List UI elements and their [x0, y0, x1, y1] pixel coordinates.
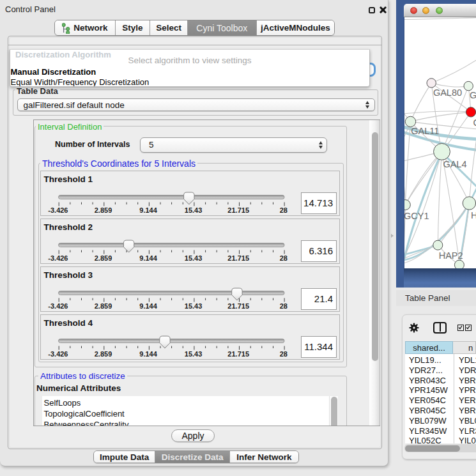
svg-text:GAL11: GAL11 — [411, 126, 439, 136]
svg-text:C: C — [473, 118, 476, 128]
svg-text:-3.426: -3.426 — [48, 302, 68, 310]
svg-text:28: 28 — [279, 254, 287, 262]
svg-text:21.715: 21.715 — [227, 302, 249, 310]
svg-text:-3.426: -3.426 — [48, 350, 68, 358]
svg-text:21.715: 21.715 — [227, 206, 249, 214]
svg-text:GAL80: GAL80 — [433, 88, 462, 98]
svg-text:9.144: 9.144 — [139, 206, 157, 214]
svg-text:HAP2: HAP2 — [439, 250, 463, 261]
svg-text:28: 28 — [279, 206, 287, 214]
svg-text:9.144: 9.144 — [139, 302, 157, 310]
svg-text:H: H — [471, 210, 476, 220]
svg-text:15.43: 15.43 — [184, 350, 202, 358]
svg-text:9.144: 9.144 — [139, 350, 157, 358]
svg-text:GAL4: GAL4 — [443, 159, 466, 169]
svg-text:15.43: 15.43 — [184, 254, 202, 262]
svg-text:2.859: 2.859 — [94, 350, 112, 358]
svg-text:G.: G. — [470, 90, 476, 100]
svg-text:-3.426: -3.426 — [48, 254, 68, 262]
svg-text:2.859: 2.859 — [94, 206, 112, 214]
svg-text:15.43: 15.43 — [184, 302, 202, 310]
svg-text:2.859: 2.859 — [94, 302, 112, 310]
svg-text:-3.426: -3.426 — [48, 206, 68, 214]
svg-text:21.715: 21.715 — [227, 350, 249, 358]
svg-text:21.715: 21.715 — [227, 254, 249, 262]
svg-text:9.144: 9.144 — [139, 254, 157, 262]
svg-text:2.859: 2.859 — [94, 254, 112, 262]
svg-text:GCY1: GCY1 — [404, 211, 429, 221]
svg-text:15.43: 15.43 — [184, 206, 202, 214]
svg-text:28: 28 — [279, 350, 287, 358]
svg-text:28: 28 — [279, 302, 287, 310]
